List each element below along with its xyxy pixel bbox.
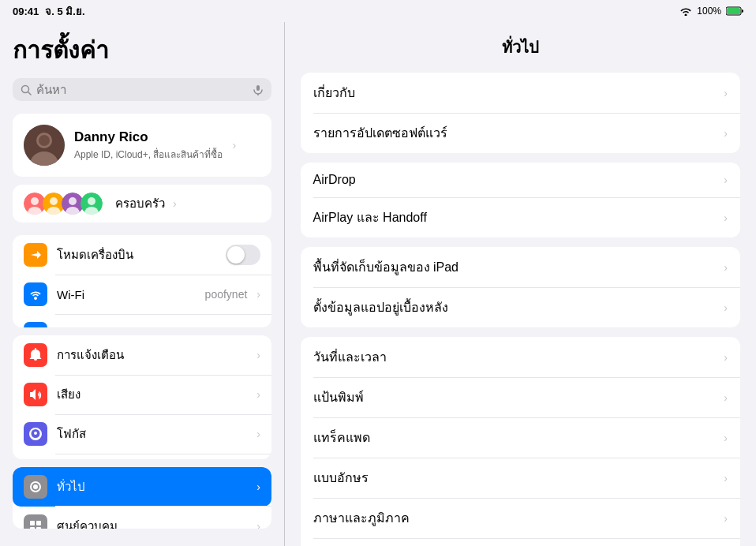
settings-row-software-update[interactable]: รายการอัปเดตซอฟต์แวร์ › bbox=[301, 113, 741, 153]
sidebar-item-general[interactable]: ทั่วไป › bbox=[13, 467, 271, 507]
svg-rect-25 bbox=[30, 521, 35, 525]
about-chevron: › bbox=[724, 87, 728, 99]
controlcenter-chevron: › bbox=[256, 520, 260, 529]
svg-point-17 bbox=[69, 197, 77, 205]
sidebar-item-sounds[interactable]: เสียง › bbox=[13, 375, 271, 414]
main-layout: การตั้งค่า bbox=[0, 22, 756, 546]
svg-line-3 bbox=[28, 92, 32, 95]
sidebar-item-notifications[interactable]: การแจ้งเตือน › bbox=[13, 335, 271, 375]
datetime-chevron: › bbox=[724, 351, 728, 364]
search-bar[interactable] bbox=[13, 78, 271, 101]
settings-section-locale: วันที่และเวลา › แป้นพิมพ์ › แทร็คแพด › แ… bbox=[301, 337, 741, 546]
profile-info: Danny Rico Apple ID, iCloud+, สื่อและสิน… bbox=[74, 129, 223, 162]
airplane-toggle[interactable] bbox=[226, 245, 260, 265]
notifications-chevron: › bbox=[256, 349, 260, 361]
svg-rect-28 bbox=[36, 527, 41, 529]
sidebar-item-screentime[interactable]: เวลาหน้าจอ › bbox=[13, 454, 271, 458]
wifi-value: poofynet bbox=[205, 288, 248, 301]
battery-icon bbox=[726, 6, 743, 16]
general-chevron: › bbox=[256, 481, 260, 493]
general-label: ทั่วไป bbox=[57, 477, 247, 496]
settings-row-trackpad[interactable]: แทร็คแพด › bbox=[301, 417, 741, 458]
right-panel-title: ทั่วไป bbox=[301, 35, 741, 60]
family-avatars bbox=[24, 193, 99, 215]
settings-row-airdrop[interactable]: AirDrop › bbox=[301, 163, 741, 197]
settings-row-background-app[interactable]: ตั้งข้อมูลแอปอยู่เบื้องหลัง › bbox=[301, 287, 741, 327]
avatar bbox=[24, 125, 65, 166]
sidebar-item-bluetooth[interactable]: B บลูทูธ เปิด › bbox=[13, 314, 271, 327]
profile-subtitle: Apple ID, iCloud+, สื่อและสินค้าที่ซื้อ bbox=[74, 147, 223, 162]
family-row[interactable]: ครอบครัว › bbox=[13, 185, 271, 223]
profile-name: Danny Rico bbox=[74, 129, 223, 145]
background-app-chevron: › bbox=[724, 301, 728, 314]
sidebar-section-system: ทั่วไป › ศูนย์ควบคุม › bbox=[13, 467, 271, 529]
profile-card[interactable]: Danny Rico Apple ID, iCloud+, สื่อและสิน… bbox=[13, 114, 271, 177]
settings-row-storage[interactable]: พื้นที่จัดเก็บข้อมูลของ iPad › bbox=[301, 247, 741, 287]
notifications-label: การแจ้งเตือน bbox=[57, 346, 247, 365]
sidebar-item-focus[interactable]: โฟกัส › bbox=[13, 414, 271, 454]
settings-row-fonts[interactable]: แบบอักษร › bbox=[301, 458, 741, 498]
mic-icon bbox=[253, 84, 264, 95]
focus-chevron: › bbox=[256, 428, 260, 440]
language-chevron: › bbox=[724, 512, 728, 525]
storage-chevron: › bbox=[724, 261, 728, 274]
airplay-label: AirPlay และ Handoff bbox=[313, 208, 724, 227]
svg-point-20 bbox=[88, 197, 95, 205]
profile-chevron: › bbox=[232, 139, 236, 151]
bluetooth-value: เปิด bbox=[229, 325, 247, 327]
wifi-label: Wi-Fi bbox=[57, 288, 196, 301]
settings-row-keyboard[interactable]: แป้นพิมพ์ › bbox=[301, 377, 741, 417]
controlcenter-icon bbox=[24, 514, 47, 529]
sidebar-item-controlcenter[interactable]: ศูนย์ควบคุม › bbox=[13, 507, 271, 529]
storage-label: พื้นที่จัดเก็บข้อมูลของ iPad bbox=[313, 257, 724, 277]
sounds-label: เสียง bbox=[57, 385, 247, 404]
settings-row-about[interactable]: เกี่ยวกับ › bbox=[301, 73, 741, 113]
fonts-chevron: › bbox=[724, 472, 728, 484]
language-label: ภาษาและภูมิภาค bbox=[313, 508, 724, 528]
settings-section-sharing: AirDrop › AirPlay และ Handoff › bbox=[301, 163, 741, 237]
sidebar-item-airplane[interactable]: โหมดเครื่องบิน bbox=[13, 235, 271, 275]
svg-point-14 bbox=[50, 197, 58, 205]
bluetooth-label: บลูทูธ bbox=[57, 324, 219, 327]
status-bar-left: 09:41 จ. 5 มิ.ย. bbox=[13, 3, 85, 20]
search-input[interactable] bbox=[36, 83, 248, 96]
settings-section-storage: พื้นที่จัดเก็บข้อมูลของ iPad › ตั้งข้อมู… bbox=[301, 247, 741, 327]
wifi-icon bbox=[679, 6, 692, 16]
svg-point-9 bbox=[39, 135, 50, 146]
svg-rect-26 bbox=[36, 521, 41, 525]
time: 09:41 bbox=[13, 6, 39, 17]
focus-label: โฟกัส bbox=[57, 424, 247, 443]
settings-row-language[interactable]: ภาษาและภูมิภาค › bbox=[301, 498, 741, 538]
svg-rect-27 bbox=[30, 527, 35, 529]
search-icon bbox=[21, 84, 32, 95]
battery-percent: 100% bbox=[697, 6, 721, 17]
airdrop-chevron: › bbox=[724, 174, 728, 186]
settings-row-airplay[interactable]: AirPlay และ Handoff › bbox=[301, 197, 741, 237]
about-label: เกี่ยวกับ bbox=[313, 83, 724, 103]
status-bar-right: 100% bbox=[679, 6, 743, 17]
sidebar-item-wifi[interactable]: Wi-Fi poofynet › bbox=[13, 275, 271, 314]
bluetooth-icon: B bbox=[24, 322, 47, 327]
fonts-label: แบบอักษร bbox=[313, 468, 724, 488]
sidebar-section-connectivity: โหมดเครื่องบิน Wi-Fi poofynet › B bbox=[13, 235, 271, 327]
focus-icon bbox=[24, 422, 47, 446]
sounds-icon bbox=[24, 383, 47, 406]
software-update-label: รายการอัปเดตซอฟต์แวร์ bbox=[313, 123, 724, 143]
settings-row-dictionary[interactable]: พจนานุกรม › bbox=[301, 538, 741, 546]
controlcenter-label: ศูนย์ควบคุม bbox=[57, 517, 247, 529]
sidebar-section-alerts: การแจ้งเตือน › เสียง › โฟกัส bbox=[13, 335, 271, 458]
sidebar: การตั้งค่า bbox=[0, 22, 284, 546]
settings-section-info: เกี่ยวกับ › รายการอัปเดตซอฟต์แวร์ › bbox=[301, 73, 741, 153]
svg-rect-4 bbox=[256, 85, 260, 91]
family-chevron: › bbox=[173, 197, 177, 210]
right-panel: ทั่วไป เกี่ยวกับ › รายการอัปเดตซอฟต์แวร์… bbox=[285, 22, 757, 546]
svg-point-11 bbox=[31, 197, 39, 205]
toggle-knob bbox=[227, 246, 245, 264]
software-update-chevron: › bbox=[724, 127, 728, 140]
settings-row-datetime[interactable]: วันที่และเวลา › bbox=[301, 337, 741, 377]
date: จ. 5 มิ.ย. bbox=[45, 3, 84, 20]
airplane-icon bbox=[24, 243, 47, 267]
notifications-icon bbox=[24, 343, 47, 367]
background-app-label: ตั้งข้อมูลแอปอยู่เบื้องหลัง bbox=[313, 297, 724, 317]
airdrop-label: AirDrop bbox=[313, 173, 724, 187]
